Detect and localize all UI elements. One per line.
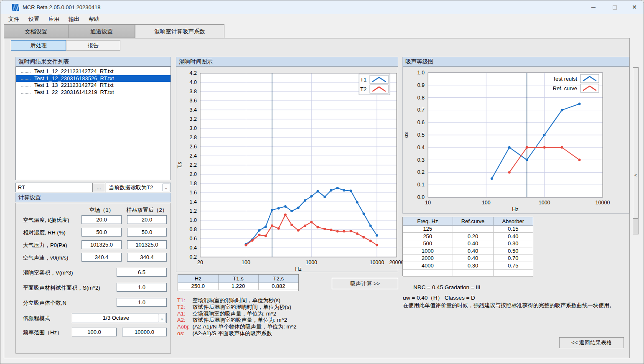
rt-name-input[interactable] [15,183,92,192]
column-header-with-sample: 样品放置后（2） [125,206,169,214]
table-row[interactable] [403,269,533,277]
main-tab-0[interactable]: 文档设置 [4,24,68,38]
rt-file-list[interactable]: Test 1_12_221123142724_RT.txtTest 1_12_2… [15,66,171,180]
svg-text:2.6: 2.6 [190,144,197,150]
absorption-chart-title: 吸声等级图 [402,57,629,66]
svg-text:2.2: 2.2 [190,162,197,168]
svg-text:T1: T1 [360,76,367,83]
nrc-result: NRC = 0.45 Gradation = III [413,284,481,290]
table-row[interactable]: 40000.300.75 [403,262,533,270]
absorption-table-wrap: Freq. HzRef.curveAbsorber1250.152500.200… [402,217,533,276]
svg-text:20000: 20000 [389,260,404,265]
freq-min-input[interactable] [72,328,117,336]
main-tab-2[interactable]: 混响室计算吸声系数 [135,24,224,38]
note-line-3: A2: 放试件后混响室的吸声量，单位为: m^2 [177,317,395,323]
tab-postprocess[interactable]: 后处理 [11,40,66,51]
svg-text:Hz: Hz [295,266,301,272]
rt-value-table-wrap: HzT1,sT2,s250.01.2200.882 [178,274,299,291]
back-to-results-button[interactable]: << 返回结果表格 [559,337,624,348]
freq-range-label: 频率范围（Hz） [23,329,62,336]
octave-mode-combo[interactable]: 1/3 Octave⌄ [72,313,167,323]
close-button[interactable]: ✕ [625,0,644,14]
svg-text:1.0: 1.0 [190,217,197,223]
tree-branch-icon [21,83,31,87]
table-row[interactable]: 250.01.2200.882 [178,283,298,290]
collapse-left-icon[interactable]: < [633,173,638,178]
absorption-table[interactable]: Freq. HzRef.curveAbsorber1250.152500.200… [403,217,533,277]
svg-text:0.8: 0.8 [417,95,425,101]
rt-chart-title: 混响时间图示 [176,57,398,66]
menu-item-0[interactable]: 文件 [4,14,24,24]
table-row[interactable]: 1250.15 [403,225,533,233]
svg-text:20: 20 [197,260,203,265]
browse-button[interactable]: ... [92,183,105,192]
data-target-combo[interactable]: 当前数据读取为T2 ⌄ [106,183,171,192]
file-list-item[interactable]: Test 1_12_221123142724_RT.txt [16,68,171,75]
svg-text:αs: αs [403,132,409,138]
note-line-1: T2: 放试件后混响室的混响时间，单位为秒(s) [177,304,395,311]
absorption-calc-button[interactable]: 吸声计算 >> [332,278,398,289]
svg-text:3.4: 3.4 [190,107,197,113]
svg-text:100: 100 [482,200,491,206]
tree-branch-icon [21,69,31,73]
calc-single-input-1[interactable] [117,283,167,292]
calc-input-3-1[interactable] [81,253,122,262]
rt-chart[interactable]: 0.20.40.60.81.01.21.41.61.82.02.22.42.62… [176,67,398,272]
absorption-chart[interactable]: 0.00.10.20.30.40.50.60.70.80.91.01010010… [403,67,629,213]
calc-input-3-2[interactable] [127,253,167,262]
tab-report[interactable]: 报告 [66,40,120,51]
file-list-item[interactable]: Test 1_13_221123142724_RT.txt [16,82,171,89]
table-header: Absorber [493,217,533,225]
field-label: 空气温度, t(摄氏度) [23,216,69,224]
svg-text:0.6: 0.6 [417,120,425,125]
main-tab-1[interactable]: 通道设置 [68,24,135,38]
calc-input-0-2[interactable] [127,215,167,224]
calc-input-2-1[interactable] [81,240,122,249]
file-list-item[interactable]: Test 1_22_230316141219_RT.txt [16,89,171,96]
maximize-button[interactable] [605,0,624,14]
table-row[interactable]: 2500.200.40 [403,233,533,240]
svg-text:100: 100 [242,260,250,265]
svg-text:0.9: 0.9 [417,82,425,88]
field-label: 分立吸声体个数,N [23,299,66,307]
svg-text:0.4: 0.4 [417,145,425,150]
svg-text:2.0: 2.0 [190,171,197,177]
calc-single-input-0[interactable] [117,268,167,277]
rt-chart-area: 0.20.40.60.81.01.21.41.61.82.02.22.42.62… [176,66,398,272]
field-label: 混响室容积，V(m^3) [23,269,73,277]
svg-text:4.2: 4.2 [190,70,197,76]
svg-text:Ref. curve: Ref. curve [553,85,577,92]
svg-text:3.6: 3.6 [190,98,197,104]
side-strip-track[interactable] [633,219,639,234]
calc-single-input-2[interactable] [117,298,167,307]
rt-value-table[interactable]: HzT1,sT2,s250.01.2200.882 [178,275,298,290]
chevron-down-icon[interactable]: ⌄ [162,183,170,191]
menu-item-2[interactable]: 应用 [44,14,64,24]
note-line-5: αs: (A2-A1)/S 平面吸声体的吸声系数 [177,330,395,337]
side-collapse-strip[interactable]: < [633,67,639,219]
table-row[interactable]: 20000.400.70 [403,255,533,262]
calc-input-0-1[interactable] [81,215,122,224]
table-row[interactable]: 5000.400.30 [403,240,533,247]
menu-item-4[interactable]: 帮助 [84,14,104,24]
table-row[interactable]: 10000.400.50 [403,247,533,255]
file-panel-title: 混时间结果文件列表 [15,57,171,66]
calc-input-1-2[interactable] [127,228,167,237]
freq-max-input[interactable] [122,328,167,336]
table-header: Hz [178,275,218,283]
menu-item-1[interactable]: 设置 [24,14,44,24]
svg-text:1000: 1000 [305,260,317,265]
table-header: Ref.curve [453,217,493,225]
calc-input-1-1[interactable] [81,228,122,237]
svg-text:10000: 10000 [369,260,384,265]
svg-text:1.2: 1.2 [190,208,197,214]
chevron-down-icon[interactable]: ⌄ [158,314,166,322]
svg-text:0.2: 0.2 [190,254,197,260]
menu-item-3[interactable]: 输出 [64,14,84,24]
minimize-button[interactable]: ─ [584,0,603,14]
octave-mode-value: 1/3 Octave [75,313,157,323]
field-label: 空气声速，v0(m/s) [23,254,68,262]
svg-text:4.0: 4.0 [190,79,197,85]
file-list-item[interactable]: Test 1_12_230316183526_RT.txt [16,75,171,82]
calc-input-2-2[interactable] [127,240,167,249]
